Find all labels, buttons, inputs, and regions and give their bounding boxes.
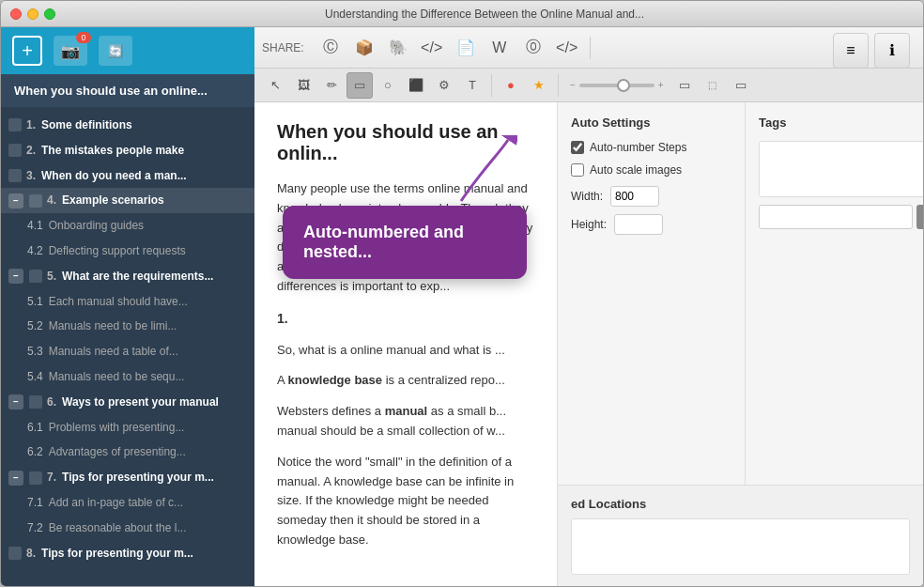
auto-scale-label: Auto scale images — [590, 163, 682, 177]
select-tool[interactable]: ↖ — [262, 72, 288, 99]
sidebar-item-7-2[interactable]: 7.2 Be reasonable about the l... — [1, 516, 254, 541]
auto-number-label: Auto-number Steps — [590, 141, 686, 154]
sidebar-item-4[interactable]: − 4. Example scenarios — [1, 188, 254, 213]
toolbar-btn-code2[interactable]: </> — [552, 33, 582, 63]
zoom-slider[interactable]: − + — [570, 80, 664, 90]
nav-num-5: 5. — [47, 269, 56, 285]
toc-panel-btn[interactable]: ≡ — [833, 33, 869, 69]
sidebar: + 📷 0 🔄 When you should use an online...… — [1, 27, 254, 586]
nav-num-4-2: 4.2 — [27, 243, 43, 259]
nav-label-5-2: Manuals need to be limi... — [49, 318, 177, 334]
doc-para-5: Notice the word "small" in the definitio… — [277, 453, 534, 550]
minimize-btn[interactable] — [27, 8, 38, 20]
close-btn[interactable] — [10, 8, 22, 20]
image-tool[interactable]: 🖼 — [290, 72, 316, 99]
doc-panels: Auto-numbered and nested... When you sho… — [254, 102, 923, 586]
auto-number-checkbox[interactable] — [571, 141, 584, 154]
linked-locations-panel: ed Locations — [558, 485, 923, 586]
toolbar-btn-dropbox[interactable]: 📦 — [349, 33, 379, 63]
info-icon: ℹ — [889, 41, 895, 59]
linked-locations-title: ed Locations — [571, 497, 910, 511]
sidebar-item-1[interactable]: 1. Some definitions — [1, 113, 254, 138]
star-tool[interactable]: ★ — [526, 72, 552, 99]
nav-label-3: When do you need a man... — [41, 168, 187, 184]
info-panel-btn[interactable]: ℹ — [874, 33, 910, 69]
sidebar-item-5[interactable]: − 5. What are the requirements... — [1, 264, 254, 289]
height-input[interactable] — [614, 214, 663, 235]
doc-para3-prefix: A — [277, 373, 285, 387]
nav-label-4-2: Deflecting support requests — [49, 243, 186, 259]
rect-tool[interactable]: ▭ — [346, 72, 373, 99]
nav-label-7: Tips for presenting your m... — [62, 470, 214, 486]
border-tool2[interactable]: ⬚ — [700, 72, 726, 99]
share-section: SHARE: — [262, 41, 304, 54]
collapse-btn-7[interactable]: − — [8, 471, 23, 486]
height-label: Height: — [571, 218, 607, 231]
sidebar-item-8[interactable]: 8. Tips for presenting your m... — [1, 541, 254, 566]
arrow-svg — [405, 135, 517, 210]
slider-track — [579, 84, 654, 87]
collapse-btn-6[interactable]: − — [8, 394, 23, 409]
sidebar-item-5-2[interactable]: 5.2 Manuals need to be limi... — [1, 314, 254, 339]
sidebar-item-2[interactable]: 2. The mistakes people make — [1, 138, 254, 163]
sidebar-item-4-1[interactable]: 4.1 Onboarding guides — [1, 213, 254, 239]
nav-label-5: What are the requirements... — [62, 269, 213, 285]
sidebar-item-6[interactable]: − 6. Ways to present your manual — [1, 390, 254, 415]
shape-tool[interactable]: ⬛ — [403, 72, 429, 99]
app-window: Understanding the Difference Between the… — [0, 0, 924, 587]
sidebar-item-6-1[interactable]: 6.1 Problems with presenting... — [1, 415, 254, 440]
border-tool3[interactable]: ▭ — [728, 72, 754, 99]
nav-label-5-1: Each manual should have... — [49, 294, 188, 310]
maximize-btn[interactable] — [44, 8, 55, 20]
callout-container: Auto-numbered and nested... — [283, 206, 527, 279]
sidebar-item-4-2[interactable]: 4.2 Deflecting support requests — [1, 239, 254, 264]
border-tool[interactable]: ▭ — [671, 72, 698, 99]
toolbar-btn-pdf[interactable]: 📄 — [451, 33, 481, 63]
drag-handle — [8, 547, 22, 560]
document: Auto-numbered and nested... When you sho… — [254, 102, 557, 586]
drag-handle — [29, 395, 42, 409]
nav-label-5-3: Manuals need a table of... — [49, 344, 178, 360]
sidebar-item-5-1[interactable]: 5.1 Each manual should have... — [1, 289, 254, 315]
refresh-button[interactable]: 🔄 — [99, 36, 132, 66]
separator — [590, 37, 591, 59]
toolbar-btn-word[interactable]: W — [485, 33, 515, 63]
sidebar-item-5-3[interactable]: 5.3 Manuals need a table of... — [1, 339, 254, 364]
sidebar-item-7-1[interactable]: 7.1 Add an in-page table of c... — [1, 490, 254, 516]
nav-label-5-4: Manuals need to be sequ... — [49, 369, 185, 385]
auto-scale-checkbox[interactable] — [571, 163, 584, 177]
share-label: SHARE: — [262, 41, 304, 54]
nav-num-1: 1. — [26, 117, 36, 133]
collapse-btn-5[interactable]: − — [8, 269, 23, 284]
sidebar-item-5-4[interactable]: 5.4 Manuals need to be sequ... — [1, 364, 254, 390]
width-input[interactable] — [610, 186, 659, 207]
knowledge-base-term: knowledge base — [288, 373, 382, 387]
toolbar-btn-codepen[interactable]: Ⓒ — [316, 33, 346, 63]
sidebar-item-7[interactable]: − 7. Tips for presenting your m... — [1, 465, 254, 490]
add-button[interactable]: + — [12, 36, 42, 66]
collapse-btn-4[interactable]: − — [8, 193, 23, 209]
sidebar-item-6-2[interactable]: 6.2 Advantages of presenting... — [1, 440, 254, 465]
more-tool[interactable]: ⚙ — [431, 72, 457, 99]
toolbar-btn-wordpress[interactable]: ⓪ — [518, 33, 548, 63]
toolbar-btn-evernote[interactable]: 🐘 — [383, 33, 413, 63]
nav-label-8: Tips for presenting your m... — [41, 546, 193, 562]
red-circle-tool[interactable]: ● — [498, 72, 524, 99]
toolbar-btn-code[interactable]: </> — [417, 33, 447, 63]
nav-label-1: Some definitions — [41, 117, 132, 133]
text-tool[interactable]: T — [459, 72, 485, 99]
doc-para-2: So, what is a online manual and what is … — [277, 341, 534, 361]
circle-tool[interactable]: ○ — [375, 72, 401, 99]
toolbar-row1: SHARE: Ⓒ 📦 🐘 </> 📄 W ⓪ </> ≡ ℹ — [254, 27, 923, 69]
toc-icon: ≡ — [846, 42, 855, 59]
doc-num-1: 1. — [277, 311, 288, 326]
pencil-tool[interactable]: ✏ — [318, 72, 345, 99]
tags-input[interactable] — [759, 205, 913, 229]
slider-max-icon: + — [658, 80, 664, 90]
drag-handle — [8, 144, 22, 157]
tags-add-button[interactable]: + — [916, 205, 923, 229]
nav-label-2: The mistakes people make — [41, 143, 184, 159]
sidebar-item-3[interactable]: 3. When do you need a man... — [1, 163, 254, 189]
tags-panel: Tags + — [746, 102, 923, 485]
camera-button[interactable]: 📷 0 — [54, 36, 87, 66]
